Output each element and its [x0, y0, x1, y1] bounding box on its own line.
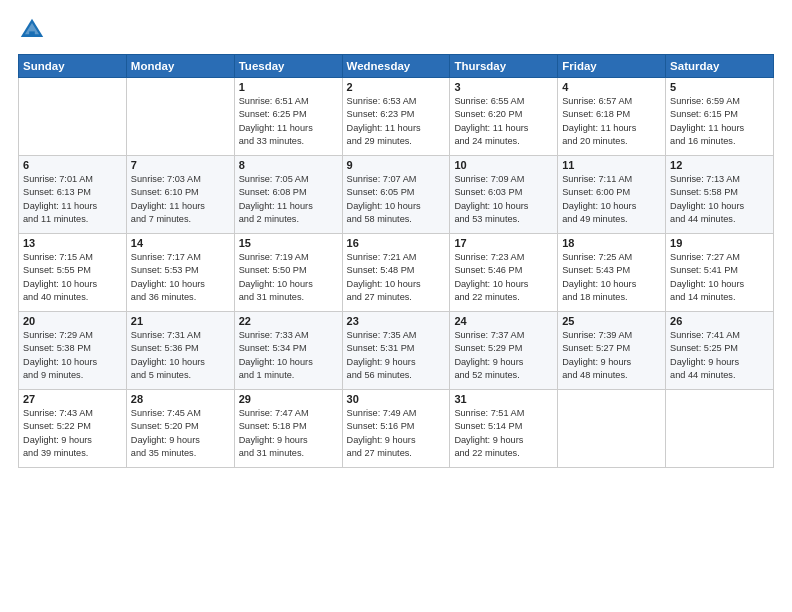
table-row: 1Sunrise: 6:51 AM Sunset: 6:25 PM Daylig…: [234, 78, 342, 156]
day-number: 1: [239, 81, 338, 93]
table-row: 18Sunrise: 7:25 AM Sunset: 5:43 PM Dayli…: [558, 234, 666, 312]
day-number: 9: [347, 159, 446, 171]
day-number: 21: [131, 315, 230, 327]
calendar-table: Sunday Monday Tuesday Wednesday Thursday…: [18, 54, 774, 468]
day-number: 16: [347, 237, 446, 249]
day-info: Sunrise: 7:29 AM Sunset: 5:38 PM Dayligh…: [23, 329, 122, 382]
day-info: Sunrise: 7:39 AM Sunset: 5:27 PM Dayligh…: [562, 329, 661, 382]
table-row: 13Sunrise: 7:15 AM Sunset: 5:55 PM Dayli…: [19, 234, 127, 312]
day-info: Sunrise: 7:03 AM Sunset: 6:10 PM Dayligh…: [131, 173, 230, 226]
day-number: 6: [23, 159, 122, 171]
table-row: 26Sunrise: 7:41 AM Sunset: 5:25 PM Dayli…: [666, 312, 774, 390]
table-row: 14Sunrise: 7:17 AM Sunset: 5:53 PM Dayli…: [126, 234, 234, 312]
table-row: 29Sunrise: 7:47 AM Sunset: 5:18 PM Dayli…: [234, 390, 342, 468]
table-row: 7Sunrise: 7:03 AM Sunset: 6:10 PM Daylig…: [126, 156, 234, 234]
day-number: 8: [239, 159, 338, 171]
header-thursday: Thursday: [450, 55, 558, 78]
day-number: 26: [670, 315, 769, 327]
logo-icon: [18, 16, 46, 44]
day-number: 30: [347, 393, 446, 405]
day-number: 14: [131, 237, 230, 249]
calendar-week-row: 6Sunrise: 7:01 AM Sunset: 6:13 PM Daylig…: [19, 156, 774, 234]
day-number: 15: [239, 237, 338, 249]
day-number: 20: [23, 315, 122, 327]
page-header: [18, 16, 774, 44]
day-number: 4: [562, 81, 661, 93]
day-info: Sunrise: 6:57 AM Sunset: 6:18 PM Dayligh…: [562, 95, 661, 148]
day-info: Sunrise: 7:31 AM Sunset: 5:36 PM Dayligh…: [131, 329, 230, 382]
header-monday: Monday: [126, 55, 234, 78]
day-number: 17: [454, 237, 553, 249]
day-number: 18: [562, 237, 661, 249]
day-info: Sunrise: 7:11 AM Sunset: 6:00 PM Dayligh…: [562, 173, 661, 226]
table-row: 16Sunrise: 7:21 AM Sunset: 5:48 PM Dayli…: [342, 234, 450, 312]
header-friday: Friday: [558, 55, 666, 78]
weekday-header-row: Sunday Monday Tuesday Wednesday Thursday…: [19, 55, 774, 78]
header-saturday: Saturday: [666, 55, 774, 78]
svg-rect-2: [29, 31, 35, 37]
day-info: Sunrise: 7:13 AM Sunset: 5:58 PM Dayligh…: [670, 173, 769, 226]
day-info: Sunrise: 7:01 AM Sunset: 6:13 PM Dayligh…: [23, 173, 122, 226]
day-info: Sunrise: 7:41 AM Sunset: 5:25 PM Dayligh…: [670, 329, 769, 382]
table-row: 30Sunrise: 7:49 AM Sunset: 5:16 PM Dayli…: [342, 390, 450, 468]
day-number: 29: [239, 393, 338, 405]
day-info: Sunrise: 7:19 AM Sunset: 5:50 PM Dayligh…: [239, 251, 338, 304]
logo: [18, 16, 50, 44]
day-number: 27: [23, 393, 122, 405]
day-number: 12: [670, 159, 769, 171]
day-info: Sunrise: 7:33 AM Sunset: 5:34 PM Dayligh…: [239, 329, 338, 382]
day-number: 23: [347, 315, 446, 327]
day-info: Sunrise: 7:37 AM Sunset: 5:29 PM Dayligh…: [454, 329, 553, 382]
table-row: 20Sunrise: 7:29 AM Sunset: 5:38 PM Dayli…: [19, 312, 127, 390]
day-number: 3: [454, 81, 553, 93]
table-row: [666, 390, 774, 468]
day-info: Sunrise: 6:59 AM Sunset: 6:15 PM Dayligh…: [670, 95, 769, 148]
day-info: Sunrise: 6:51 AM Sunset: 6:25 PM Dayligh…: [239, 95, 338, 148]
day-info: Sunrise: 7:05 AM Sunset: 6:08 PM Dayligh…: [239, 173, 338, 226]
day-number: 5: [670, 81, 769, 93]
day-info: Sunrise: 7:17 AM Sunset: 5:53 PM Dayligh…: [131, 251, 230, 304]
table-row: 8Sunrise: 7:05 AM Sunset: 6:08 PM Daylig…: [234, 156, 342, 234]
table-row: 15Sunrise: 7:19 AM Sunset: 5:50 PM Dayli…: [234, 234, 342, 312]
table-row: 24Sunrise: 7:37 AM Sunset: 5:29 PM Dayli…: [450, 312, 558, 390]
day-number: 25: [562, 315, 661, 327]
table-row: 3Sunrise: 6:55 AM Sunset: 6:20 PM Daylig…: [450, 78, 558, 156]
table-row: 9Sunrise: 7:07 AM Sunset: 6:05 PM Daylig…: [342, 156, 450, 234]
day-info: Sunrise: 6:53 AM Sunset: 6:23 PM Dayligh…: [347, 95, 446, 148]
table-row: [126, 78, 234, 156]
day-info: Sunrise: 7:51 AM Sunset: 5:14 PM Dayligh…: [454, 407, 553, 460]
table-row: 11Sunrise: 7:11 AM Sunset: 6:00 PM Dayli…: [558, 156, 666, 234]
table-row: 17Sunrise: 7:23 AM Sunset: 5:46 PM Dayli…: [450, 234, 558, 312]
table-row: 28Sunrise: 7:45 AM Sunset: 5:20 PM Dayli…: [126, 390, 234, 468]
table-row: 19Sunrise: 7:27 AM Sunset: 5:41 PM Dayli…: [666, 234, 774, 312]
day-info: Sunrise: 7:15 AM Sunset: 5:55 PM Dayligh…: [23, 251, 122, 304]
day-info: Sunrise: 7:07 AM Sunset: 6:05 PM Dayligh…: [347, 173, 446, 226]
day-info: Sunrise: 7:09 AM Sunset: 6:03 PM Dayligh…: [454, 173, 553, 226]
table-row: 21Sunrise: 7:31 AM Sunset: 5:36 PM Dayli…: [126, 312, 234, 390]
day-number: 7: [131, 159, 230, 171]
day-number: 24: [454, 315, 553, 327]
day-info: Sunrise: 7:27 AM Sunset: 5:41 PM Dayligh…: [670, 251, 769, 304]
calendar-page: Sunday Monday Tuesday Wednesday Thursday…: [0, 0, 792, 612]
day-info: Sunrise: 7:23 AM Sunset: 5:46 PM Dayligh…: [454, 251, 553, 304]
day-info: Sunrise: 7:43 AM Sunset: 5:22 PM Dayligh…: [23, 407, 122, 460]
calendar-week-row: 13Sunrise: 7:15 AM Sunset: 5:55 PM Dayli…: [19, 234, 774, 312]
table-row: 25Sunrise: 7:39 AM Sunset: 5:27 PM Dayli…: [558, 312, 666, 390]
day-number: 2: [347, 81, 446, 93]
day-info: Sunrise: 7:49 AM Sunset: 5:16 PM Dayligh…: [347, 407, 446, 460]
table-row: 31Sunrise: 7:51 AM Sunset: 5:14 PM Dayli…: [450, 390, 558, 468]
table-row: 4Sunrise: 6:57 AM Sunset: 6:18 PM Daylig…: [558, 78, 666, 156]
table-row: 27Sunrise: 7:43 AM Sunset: 5:22 PM Dayli…: [19, 390, 127, 468]
day-number: 22: [239, 315, 338, 327]
day-info: Sunrise: 7:45 AM Sunset: 5:20 PM Dayligh…: [131, 407, 230, 460]
day-number: 28: [131, 393, 230, 405]
day-info: Sunrise: 7:47 AM Sunset: 5:18 PM Dayligh…: [239, 407, 338, 460]
day-number: 11: [562, 159, 661, 171]
header-tuesday: Tuesday: [234, 55, 342, 78]
calendar-week-row: 20Sunrise: 7:29 AM Sunset: 5:38 PM Dayli…: [19, 312, 774, 390]
day-info: Sunrise: 6:55 AM Sunset: 6:20 PM Dayligh…: [454, 95, 553, 148]
table-row: 6Sunrise: 7:01 AM Sunset: 6:13 PM Daylig…: [19, 156, 127, 234]
header-wednesday: Wednesday: [342, 55, 450, 78]
header-sunday: Sunday: [19, 55, 127, 78]
day-info: Sunrise: 7:21 AM Sunset: 5:48 PM Dayligh…: [347, 251, 446, 304]
